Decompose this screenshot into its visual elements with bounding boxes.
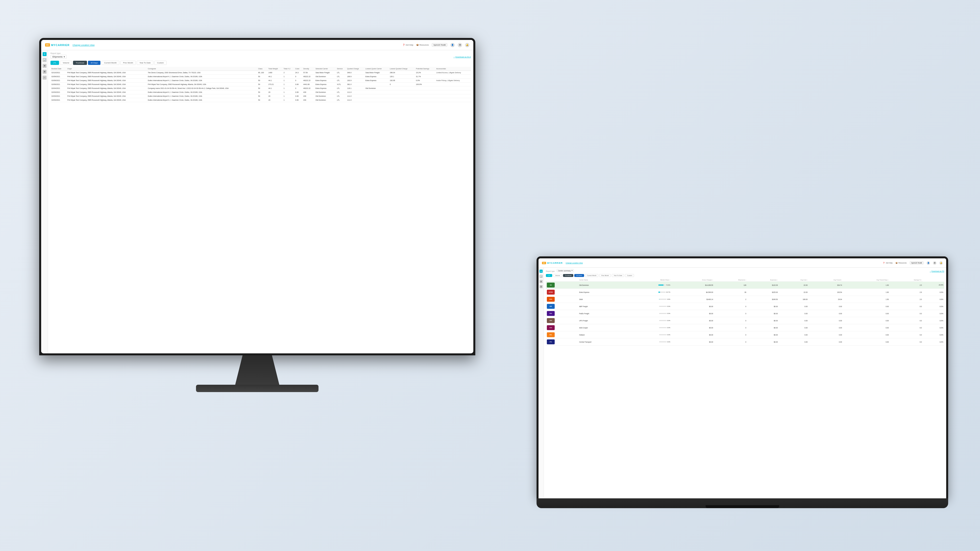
- table-cell-2-9: LTL: [336, 79, 346, 83]
- desktop-sidebar: ⊞ 📊 ⚙ ☰ ⋯: [41, 50, 48, 353]
- table-cell-5-0: 02/03/2021: [51, 91, 67, 94]
- table-cell-2-7: 46222.22: [302, 79, 315, 83]
- laptop-logo: MC MYCARRIER: [542, 262, 563, 264]
- download-link[interactable]: ↓ Download as ELS: [453, 56, 471, 58]
- tab-truckload[interactable]: Truckload: [73, 61, 87, 65]
- laptop-sidebar-settings[interactable]: ⚙: [539, 280, 542, 283]
- laptop-screen-wrapper: MC MYCARRIER Change Location View ❓ Get …: [536, 256, 948, 499]
- laptop-tab-custom[interactable]: Custom: [625, 274, 634, 277]
- help-icon: ❓: [402, 44, 405, 46]
- laptop-resources-btn[interactable]: 📦 Resources: [896, 262, 907, 264]
- carrier-market-share-cell: 0.0%: [625, 331, 671, 338]
- laptop-settings-icon[interactable]: ⚙: [933, 261, 936, 265]
- table-cell-2-2: Dulles International Airport K, 1 Saarin…: [147, 79, 257, 83]
- carrier-data-cell-6-4: 0.00: [808, 324, 843, 331]
- laptop-report-select[interactable]: Carrier summary ▾: [557, 269, 574, 272]
- table-cell-0-8: Saia Motor Freight: [315, 71, 336, 75]
- carrier-logo-cell: FDX: [546, 310, 578, 317]
- sidebar-icon-home[interactable]: ⊞: [43, 52, 46, 56]
- laptop-get-help-btn[interactable]: ❓ Get Help: [883, 262, 892, 264]
- avatar-icon[interactable]: 👤: [450, 43, 455, 47]
- carrier-data-cell-5-6: 0.0: [890, 317, 923, 324]
- carrier-table-row: HOLHolland 0.0% $0.000$0.000.000.000.000…: [546, 331, 944, 338]
- table-cell-1-2: Dulles International Airport K, 1 Saarin…: [147, 75, 257, 79]
- tab-30days[interactable]: 30 Days: [88, 61, 100, 65]
- table-cell-7-8: Old Dominion: [315, 98, 336, 102]
- table-cell-1-7: 46222.22: [302, 75, 315, 79]
- laptop-sidebar-list[interactable]: ☰: [539, 285, 542, 288]
- laptop-download-link[interactable]: ↓ Download as PD: [930, 270, 944, 272]
- carrier-data-cell-2-4: 29.04: [808, 296, 843, 303]
- carrier-data-cell-5-0: $0.00: [671, 317, 714, 324]
- table-cell-4-11: Old Dominion: [364, 86, 389, 91]
- table-cell-5-4: 20: [267, 91, 283, 94]
- resources-btn[interactable]: 📦 Resources: [416, 44, 429, 46]
- change-location-link[interactable]: Change Location View: [73, 44, 95, 46]
- laptop-change-location[interactable]: Change Location View: [566, 262, 583, 264]
- sidebar-icon-settings[interactable]: ⚙: [43, 64, 46, 68]
- carrier-data-cell-2-3: 166.00: [779, 296, 809, 303]
- notification-icon[interactable]: 🔔: [465, 43, 469, 47]
- col-total-u: Total # U: [283, 67, 294, 71]
- tab-ltl[interactable]: LTL: [51, 61, 59, 65]
- user-badge[interactable]: Sprin23 TestB: [432, 43, 447, 47]
- table-cell-5-12: [389, 91, 415, 94]
- laptop-tab-truckload[interactable]: Truckload: [563, 274, 573, 277]
- sidebar-icon-list[interactable]: ☰: [43, 70, 46, 74]
- table-cell-4-5: 1: [283, 86, 294, 91]
- carrier-summary-table: Carrier Name Market Share ↕ Gross Charge…: [546, 278, 944, 346]
- settings-icon[interactable]: ⚙: [458, 43, 462, 47]
- tab-current-month[interactable]: Current Month: [102, 61, 119, 65]
- table-cell-3-13: 100.0%: [415, 83, 435, 86]
- laptop-tab-ltl[interactable]: LTL: [546, 274, 552, 277]
- tab-prev-month[interactable]: Prev Month: [120, 61, 136, 65]
- laptop-tab-all-dates[interactable]: All Dates: [574, 274, 584, 277]
- laptop-notification-icon[interactable]: 🔔: [939, 261, 943, 265]
- table-cell-7-7: 433: [302, 98, 315, 102]
- report-type-select[interactable]: Shipments ▾: [51, 55, 67, 59]
- table-cell-3-0: 02/09/2021: [51, 83, 67, 86]
- laptop-tab-current-month[interactable]: Current Month: [585, 274, 598, 277]
- table-cell-7-9: LTL: [336, 98, 346, 102]
- carrier-data-cell-8-5: 0.00: [843, 338, 890, 346]
- laptop-report-value: Carrier summary: [558, 270, 571, 272]
- carrier-table-row: UPSUPS Freight 0.0% $0.000$0.000.000.000…: [546, 317, 944, 324]
- download-icon: ↓: [453, 56, 455, 58]
- col-origin: Origin: [67, 67, 147, 71]
- laptop-avatar-icon[interactable]: 👤: [927, 261, 930, 265]
- get-help-btn[interactable]: ❓ Get Help: [402, 44, 414, 46]
- laptop-tab-volume[interactable]: Volume: [553, 274, 562, 277]
- carrier-data-cell-7-3: 0.00: [779, 331, 809, 338]
- carrier-data-cell-1-1: 36: [714, 289, 747, 296]
- carrier-data-cell-0-0: $14,069.55: [671, 282, 714, 289]
- laptop-tab-year-to-date[interactable]: Year To Date: [612, 274, 624, 277]
- table-cell-2-1: P44 Miyak Test Company, 3585 Roosevelt H…: [67, 79, 147, 83]
- carrier-data-cell-5-7: 0.0%: [923, 317, 944, 324]
- carrier-data-cell-1-2: $225.00: [747, 289, 779, 296]
- laptop-sidebar-reports[interactable]: 📊: [539, 275, 542, 278]
- laptop-user-badge[interactable]: Sprin23 TestB: [910, 261, 924, 265]
- table-cell-4-8: Estes Express: [315, 86, 336, 91]
- table-cell-5-13: [415, 91, 435, 94]
- carrier-data-cell-8-1: 0: [714, 338, 747, 346]
- tab-volume[interactable]: Volume: [60, 61, 72, 65]
- table-cell-5-6: 0.06: [294, 91, 302, 94]
- table-cell-7-4: 20: [267, 98, 283, 102]
- carrier-table-row: ABFABF Freight 0.0% $0.000$0.000.000.000…: [546, 303, 944, 310]
- table-cell-7-6: 0.06: [294, 98, 302, 102]
- table-cell-3-8: Estes Express: [315, 83, 336, 86]
- carrier-data-cell-8-4: 0.00: [808, 338, 843, 346]
- tab-year-to-date[interactable]: Year To Date: [137, 61, 153, 65]
- tab-custom[interactable]: Custom: [154, 61, 167, 65]
- carrier-market-share-cell: 0.0%: [625, 310, 671, 317]
- carrier-data-cell-6-6: 0.0: [890, 324, 923, 331]
- carrier-data-cell-7-4: 0.00: [808, 331, 843, 338]
- table-cell-0-13: 15.2%: [415, 71, 435, 75]
- carrier-table-row: SAIASAIA 3.9% $1400.142$249.50166.0029.0…: [546, 296, 944, 303]
- sidebar-icon-reports[interactable]: 📊: [43, 58, 46, 62]
- laptop-sidebar-home[interactable]: ⊞: [539, 270, 542, 273]
- carrier-logo-cell: AAA: [546, 324, 578, 331]
- sidebar-icon-more[interactable]: ⋯: [43, 76, 46, 79]
- report-select-row: Shipments ▾ ↓ Download as ELS: [51, 55, 471, 59]
- laptop-tab-prev-month[interactable]: Prev Month: [599, 274, 611, 277]
